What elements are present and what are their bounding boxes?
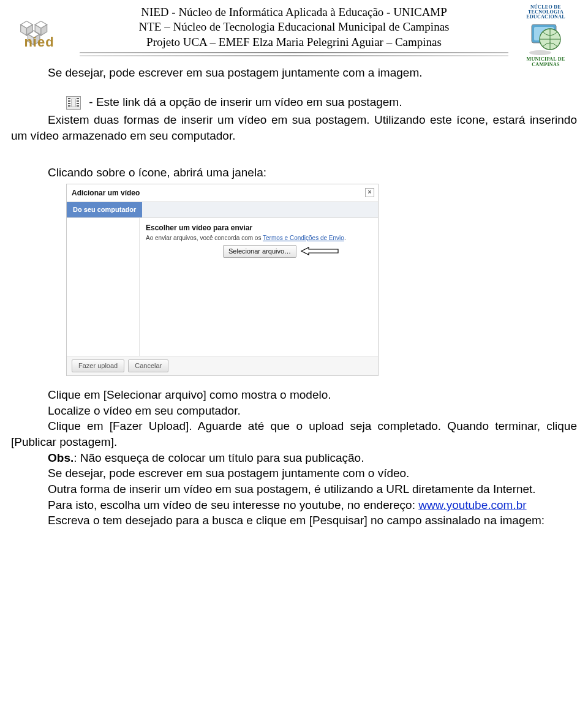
video-link-text: - Este link dá a opção de inserir um víd… xyxy=(89,96,402,108)
paragraph-youtube: Para isto, escolha um vídeo de seu inter… xyxy=(11,497,577,513)
dialog-footer: Fazer upload Cancelar xyxy=(67,356,378,375)
dialog-tabbar: Do seu computador xyxy=(67,201,378,218)
left-logo-text: nied xyxy=(15,34,64,50)
dialog-left-pane xyxy=(67,218,140,356)
paragraph-obs: Obs.: Não esqueça de colocar um título p… xyxy=(11,450,577,466)
paragraph: Localize o vídeo em seu computador. xyxy=(11,403,577,419)
paragraph: Clique em [Fazer Upload]. Aguarde até qu… xyxy=(11,418,577,450)
dialog-title: Adicionar um vídeo xyxy=(72,189,140,197)
youtube-lead: Para isto, escolha um vídeo de seu inter… xyxy=(48,498,415,511)
header-line-2: NTE – Núcleo de Tecnologia Educacional M… xyxy=(11,20,577,34)
pointer-arrow-icon xyxy=(300,246,339,256)
upload-button[interactable]: Fazer upload xyxy=(72,359,124,372)
header-line-1: NIED - Núcleo de Informática Aplicada à … xyxy=(11,5,577,20)
right-logo-bottom-text: MUNICIPAL DE CAMPINAS xyxy=(518,56,573,67)
dialog-terms: Ao enviar arquivos, você concorda com os… xyxy=(146,234,372,243)
right-logo-top-text: NÚCLEO DE TECNOLOGIA EDUCACIONAL xyxy=(518,5,573,20)
right-logo: NÚCLEO DE TECNOLOGIA EDUCACIONAL MUNICIP… xyxy=(518,5,573,67)
paragraph: Clicando sobre o ícone, abrirá uma janel… xyxy=(11,165,577,181)
close-icon[interactable]: × xyxy=(365,188,374,197)
add-video-dialog: Adicionar um vídeo × Do seu computador E… xyxy=(66,184,379,376)
obs-rest: : Não esqueça de colocar um título para … xyxy=(74,451,364,464)
header-lines: NIED - Núcleo de Informática Aplicada à … xyxy=(11,5,577,50)
document-header: nied NÚCLEO DE TECNOLOGIA EDUCACIONAL MU… xyxy=(11,5,577,59)
obs-label: Obs. xyxy=(48,451,74,464)
film-icon[interactable] xyxy=(66,96,81,110)
left-logo: nied xyxy=(15,5,62,56)
paragraph: Se desejar, pode escrever em sua postage… xyxy=(11,65,577,81)
dialog-title-bar: Adicionar um vídeo × xyxy=(67,184,378,201)
paragraph: Existem duas formas de inserir um vídeo … xyxy=(11,112,577,143)
tab-from-computer[interactable]: Do seu computador xyxy=(67,202,142,217)
globe-monitor-icon xyxy=(528,21,564,56)
header-underline xyxy=(80,52,508,56)
select-file-button[interactable]: Selecionar arquivo… xyxy=(223,245,296,258)
paragraph: Escreva o tem desejado para a busca e cl… xyxy=(11,513,577,529)
svg-point-3 xyxy=(529,50,551,55)
dialog-right-pane: Escolher um vídeo para enviar Ao enviar … xyxy=(140,218,378,356)
terms-prefix: Ao enviar arquivos, você concorda com os xyxy=(146,235,263,241)
terms-suffix: . xyxy=(344,235,346,241)
header-line-3: Projeto UCA – EMEF Elza Maria Pelegrini … xyxy=(11,35,577,50)
dialog-subtitle: Escolher um vídeo para enviar xyxy=(146,223,372,233)
paragraph: Clique em [Selecionar arquivo] como most… xyxy=(11,387,577,403)
cancel-button[interactable]: Cancelar xyxy=(128,359,168,372)
paragraph: Se desejar, pode escrever em sua postage… xyxy=(11,465,577,481)
document-body: Se desejar, pode escrever em sua postage… xyxy=(11,65,577,529)
paragraph: Outra forma de inserir um vídeo em sua p… xyxy=(11,481,577,497)
terms-link[interactable]: Termos e Condições de Envio xyxy=(263,235,344,241)
paragraph-video-link: - Este link dá a opção de inserir um víd… xyxy=(11,94,577,110)
youtube-link[interactable]: www.youtube.com.br xyxy=(418,498,526,511)
